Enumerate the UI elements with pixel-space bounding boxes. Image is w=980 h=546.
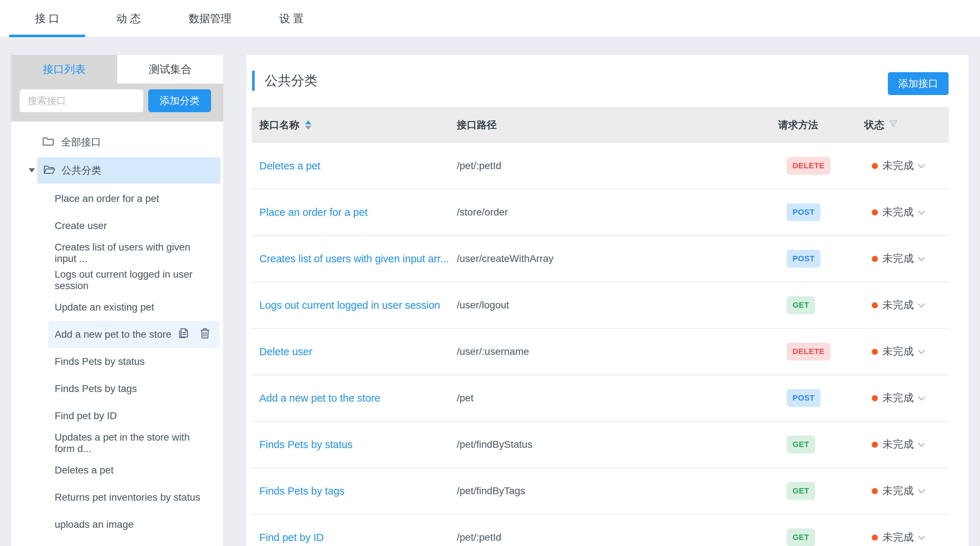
add-api-button[interactable]: 添加接口 bbox=[888, 72, 948, 95]
tree-item-api[interactable]: Add a new pet to the store bbox=[48, 321, 220, 348]
copy-icon[interactable] bbox=[178, 328, 189, 342]
tree-item-api[interactable]: Finds Pets by status bbox=[48, 348, 220, 375]
method-badge: GET bbox=[787, 436, 815, 453]
top-nav-tab[interactable]: 设 置 bbox=[254, 0, 329, 37]
tree-item-api[interactable]: Place an order for a pet bbox=[48, 185, 220, 212]
status-dot-icon bbox=[872, 535, 878, 541]
tree-item-category-selected[interactable]: 公共分类 bbox=[11, 157, 220, 184]
tree-leaves: Place an order for a pet bbox=[11, 185, 223, 538]
status-dot-icon bbox=[872, 302, 878, 308]
caret-down-icon[interactable] bbox=[29, 168, 35, 172]
status-label: 未完成 bbox=[883, 345, 913, 359]
api-name-link[interactable]: Find pet by ID bbox=[259, 532, 457, 543]
sidebar-tab[interactable]: 接口列表 bbox=[11, 55, 117, 84]
status-dot-icon bbox=[872, 209, 878, 216]
tree-item-api[interactable]: Update an existing pet bbox=[48, 294, 220, 321]
tree-item-api[interactable]: Returns pet inventories by status bbox=[48, 484, 220, 511]
status-dropdown[interactable]: 未完成 bbox=[872, 530, 949, 544]
status-dropdown[interactable]: 未完成 bbox=[872, 345, 949, 359]
api-path: /user/logout bbox=[457, 299, 778, 311]
tree-item-api[interactable]: uploads an image bbox=[48, 511, 220, 538]
api-name-link[interactable]: Logs out current logged in user session bbox=[259, 299, 457, 311]
column-header-status: 状态 bbox=[864, 118, 949, 132]
sort-icon[interactable] bbox=[305, 120, 312, 130]
tree-item-label: Create user bbox=[55, 220, 107, 231]
api-name-link[interactable]: Deletes a pet bbox=[259, 160, 457, 172]
status-dropdown[interactable]: 未完成 bbox=[872, 437, 949, 452]
table-row: Creates list of users with given input a… bbox=[252, 236, 949, 282]
tree-item-api[interactable]: Find pet by ID bbox=[48, 402, 220, 429]
column-header-label: 接口名称 bbox=[259, 118, 299, 132]
tree-item-label: Creates list of users with given input .… bbox=[55, 241, 210, 264]
api-name-link[interactable]: Place an order for a pet bbox=[259, 206, 457, 218]
api-tree: 全部接口 公共分类 Place an order for a pet bbox=[11, 121, 223, 538]
table-row: Delete user /user/:username DELETE 未完成 bbox=[252, 329, 949, 375]
status-label: 未完成 bbox=[883, 252, 913, 266]
selected-category-highlight: 公共分类 bbox=[37, 157, 220, 184]
top-nav-tab-label: 数据管理 bbox=[189, 13, 231, 24]
tree-item-label: Deletes a pet bbox=[55, 465, 114, 476]
tree-item-api[interactable]: Logs out current logged in user session bbox=[48, 267, 220, 294]
api-path: /pet/:petId bbox=[457, 532, 778, 543]
sidebar: 接口列表测试集合 添加分类 全部接口 公共分类 bbox=[11, 55, 223, 546]
tree-item-all-apis[interactable]: 全部接口 bbox=[11, 129, 223, 156]
method-badge: POST bbox=[787, 250, 820, 268]
tree-item-api[interactable]: Finds Pets by tags bbox=[48, 375, 220, 402]
filter-funnel-icon[interactable] bbox=[889, 119, 898, 131]
table-header-row: 接口名称 接口路径 请求方法 状态 bbox=[252, 107, 949, 143]
tree-item-label: Finds Pets by status bbox=[55, 356, 145, 367]
column-header-path: 接口路径 bbox=[457, 118, 778, 132]
status-dropdown[interactable]: 未完成 bbox=[872, 205, 949, 219]
api-name-link[interactable]: Add a new pet to the store bbox=[259, 392, 457, 404]
column-header-label: 接口路径 bbox=[457, 118, 497, 132]
tree-item-api[interactable]: Create user bbox=[48, 212, 220, 239]
column-header-method: 请求方法 bbox=[778, 118, 864, 132]
status-dropdown[interactable]: 未完成 bbox=[872, 298, 949, 312]
top-nav-tab[interactable]: 接 口 bbox=[9, 0, 85, 37]
tree-item-label: Add a new pet to the store bbox=[55, 329, 172, 340]
api-name-link[interactable]: Finds Pets by status bbox=[259, 439, 457, 450]
caret-down-icon bbox=[305, 126, 312, 130]
api-name-link[interactable]: Finds Pets by tags bbox=[259, 485, 457, 497]
add-category-button[interactable]: 添加分类 bbox=[148, 89, 211, 112]
tree-item-api[interactable]: Creates list of users with given input .… bbox=[48, 239, 220, 267]
top-nav-tab-label: 接 口 bbox=[35, 13, 59, 24]
tree-item-label: 公共分类 bbox=[61, 164, 102, 177]
chevron-down-icon bbox=[918, 161, 925, 168]
trash-icon[interactable] bbox=[200, 328, 210, 342]
tree-item-label: 全部接口 bbox=[61, 136, 101, 149]
table-body: Deletes a pet /pet/:petId DELETE 未完成 Pla… bbox=[252, 143, 949, 546]
caret-up-icon bbox=[305, 120, 312, 125]
method-badge: POST bbox=[787, 203, 820, 221]
status-label: 未完成 bbox=[883, 484, 913, 498]
chevron-down-icon bbox=[918, 440, 925, 447]
search-input[interactable] bbox=[20, 89, 143, 112]
folder-open-icon bbox=[44, 164, 55, 177]
column-header-name[interactable]: 接口名称 bbox=[259, 118, 457, 132]
status-dropdown[interactable]: 未完成 bbox=[872, 252, 949, 266]
tree-item-label: Returns pet inventories by status bbox=[55, 492, 200, 503]
status-dropdown[interactable]: 未完成 bbox=[872, 159, 949, 173]
status-dot-icon bbox=[872, 256, 878, 262]
top-nav-tab[interactable]: 数据管理 bbox=[172, 0, 248, 37]
tree-item-label: Place an order for a pet bbox=[55, 193, 159, 204]
tree-item-api[interactable]: Updates a pet in the store with form d..… bbox=[48, 429, 220, 457]
api-path: /pet/:petId bbox=[457, 160, 778, 171]
method-badge: POST bbox=[787, 389, 820, 407]
api-name-link[interactable]: Creates list of users with given input a… bbox=[259, 253, 457, 265]
api-path: /pet bbox=[457, 392, 778, 404]
chevron-down-icon bbox=[918, 208, 925, 215]
top-nav-tab[interactable]: 动 态 bbox=[91, 0, 166, 37]
sidebar-tab[interactable]: 测试集合 bbox=[117, 55, 223, 84]
status-label: 未完成 bbox=[883, 391, 913, 405]
status-dropdown[interactable]: 未完成 bbox=[872, 484, 949, 498]
column-header-label: 请求方法 bbox=[778, 118, 818, 132]
api-name-link[interactable]: Delete user bbox=[259, 346, 457, 358]
status-dropdown[interactable]: 未完成 bbox=[872, 391, 949, 405]
table-row: Finds Pets by status /pet/findByStatus G… bbox=[252, 421, 949, 468]
top-nav-tab-label: 设 置 bbox=[279, 13, 304, 24]
sidebar-tabs: 接口列表测试集合 bbox=[11, 55, 223, 84]
main-panel: 公共分类 添加接口 接口名称 接口路径 请求方法 状态 bbox=[247, 55, 969, 546]
status-dot-icon bbox=[872, 163, 878, 169]
tree-item-api[interactable]: Deletes a pet bbox=[48, 457, 220, 484]
